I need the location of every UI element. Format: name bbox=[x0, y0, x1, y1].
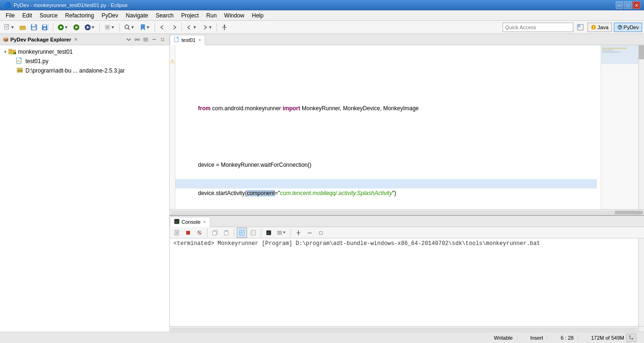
project-icon: ▶ bbox=[8, 48, 16, 56]
sidebar-minimize-button[interactable]: ─ bbox=[150, 36, 158, 43]
menu-file[interactable]: File bbox=[2, 10, 18, 20]
save-all-button[interactable] bbox=[40, 22, 50, 33]
open-perspective-button[interactable] bbox=[575, 22, 586, 33]
editor-h-scroll-track[interactable] bbox=[171, 211, 643, 214]
menu-window[interactable]: Window bbox=[221, 10, 248, 20]
console-display-selected-button[interactable] bbox=[237, 228, 247, 238]
console-v-scrollbar[interactable] bbox=[638, 238, 644, 326]
gutter-blank-2 bbox=[170, 66, 175, 75]
console-minimize-button[interactable]: ─ bbox=[305, 228, 315, 238]
sidebar-collapse-button[interactable] bbox=[125, 36, 132, 43]
close-button[interactable]: ✕ bbox=[633, 1, 640, 9]
menu-project[interactable]: Project bbox=[177, 10, 202, 20]
editor-h-scroll-thumb[interactable] bbox=[615, 211, 643, 214]
editor-tab-test01[interactable]: test01 × bbox=[170, 35, 205, 45]
save-button[interactable] bbox=[29, 22, 39, 33]
menu-navigate[interactable]: Navigate bbox=[122, 10, 152, 20]
pydev-perspective-button[interactable]: Py PyDev bbox=[614, 23, 642, 32]
bookmark-button[interactable]: ▼ bbox=[138, 22, 152, 33]
tree-item-jar[interactable]: ▾ JAR D:\program\adt-bu ... andalone-2.5… bbox=[0, 66, 169, 75]
editor-gutter: ⚠ bbox=[170, 45, 175, 209]
minimize-button[interactable]: ─ bbox=[616, 1, 623, 9]
prev-edit-button[interactable] bbox=[157, 22, 168, 33]
tree-item-project[interactable]: ▾ ▶ monkeyrunner_test01 bbox=[0, 47, 169, 57]
tree-item-test01[interactable]: ▾ Py test01.py bbox=[0, 57, 169, 66]
sidebar-link-button[interactable] bbox=[133, 36, 141, 43]
console-disconnect-button[interactable] bbox=[194, 228, 205, 238]
menu-run[interactable]: Run bbox=[203, 10, 221, 20]
menu-source[interactable]: Source bbox=[36, 10, 61, 20]
app-icon: 🔵 bbox=[4, 2, 11, 8]
warning-marker[interactable]: ⚠ bbox=[170, 57, 175, 66]
console-tab-close-icon[interactable]: × bbox=[203, 220, 206, 224]
menu-search[interactable]: Search bbox=[152, 10, 177, 20]
svg-line-63 bbox=[198, 231, 201, 234]
menu-pydev[interactable]: PyDev bbox=[98, 10, 122, 20]
java-perspective-button[interactable]: J Java bbox=[587, 23, 611, 32]
console-content[interactable]: <terminated> Monkeyrunner [Program] D:\p… bbox=[170, 238, 638, 326]
status-writable: Writable bbox=[490, 335, 517, 341]
open-button[interactable] bbox=[17, 22, 28, 33]
sidebar-icon: 📦 bbox=[3, 37, 8, 42]
status-memory-container: 172M of 549M bbox=[587, 334, 640, 342]
svg-line-25 bbox=[128, 28, 130, 30]
console-display-all-button[interactable] bbox=[248, 228, 258, 238]
console-h-scroll-track[interactable] bbox=[171, 327, 637, 331]
console-open-console-button[interactable]: > bbox=[264, 228, 274, 238]
debug-button[interactable]: ▼ bbox=[83, 22, 97, 33]
tree-arrow-project[interactable]: ▾ bbox=[2, 49, 8, 54]
nav-back-button[interactable]: ▼ bbox=[184, 22, 199, 33]
run-gc-button[interactable] bbox=[626, 334, 636, 342]
svg-point-39 bbox=[138, 39, 140, 41]
editor-tab-bar: test01 × bbox=[170, 34, 644, 45]
console-menu-button[interactable]: ▼ bbox=[275, 228, 288, 238]
code-content[interactable]: from com.android.monkeyrunner import Mon… bbox=[175, 45, 601, 209]
editor-v-scroll-thumb[interactable] bbox=[639, 45, 644, 59]
console-sep-3 bbox=[261, 229, 261, 237]
toolbar: ▼ ▼ ▼ ▼ ▼ ▼ ▼ bbox=[0, 21, 644, 34]
console-scrollbar-corner bbox=[638, 327, 644, 332]
console-scroll-lock-button[interactable] bbox=[172, 228, 182, 238]
console-terminate-button[interactable] bbox=[183, 228, 193, 238]
next-edit-button[interactable] bbox=[169, 22, 179, 33]
svg-line-37 bbox=[129, 39, 131, 41]
svg-rect-5 bbox=[20, 27, 25, 30]
quick-access-input[interactable] bbox=[503, 23, 573, 32]
sidebar-menu-button[interactable] bbox=[142, 36, 149, 43]
console-maximize-button[interactable]: □ bbox=[316, 228, 326, 238]
maximize-button[interactable]: □ bbox=[624, 1, 632, 9]
tab-label: test01 bbox=[182, 37, 196, 43]
console-tab-bar: >_ Console × bbox=[170, 216, 644, 227]
new-button[interactable]: ▼ bbox=[2, 22, 17, 33]
gutter-blank-4 bbox=[170, 85, 175, 94]
run-last-button[interactable]: ▼ bbox=[56, 22, 70, 33]
toolbar-separator-5 bbox=[182, 23, 182, 32]
search-button[interactable]: ▼ bbox=[122, 22, 137, 33]
editor-minimap bbox=[601, 45, 638, 209]
menu-edit[interactable]: Edit bbox=[18, 10, 36, 20]
svg-text:Py: Py bbox=[618, 26, 622, 29]
jar-icon: JAR bbox=[16, 67, 24, 75]
external-tools-button[interactable]: ▼ bbox=[102, 22, 117, 33]
gutter-blank-3 bbox=[170, 75, 175, 85]
tree-view: ▾ ▶ monkeyrunner_test01 ▾ Py test01.py ▾ bbox=[0, 45, 169, 332]
sidebar-maximize-button[interactable]: □ bbox=[159, 36, 166, 43]
nav-forward-button[interactable]: ▼ bbox=[199, 22, 214, 33]
pin-button[interactable] bbox=[219, 22, 230, 33]
console-tab[interactable]: >_ Console × bbox=[170, 217, 210, 227]
minimap-viewport[interactable] bbox=[601, 45, 638, 64]
console-h-scrollbar[interactable] bbox=[170, 326, 644, 332]
svg-text:JAR: JAR bbox=[17, 69, 22, 72]
menu-help[interactable]: Help bbox=[248, 10, 267, 20]
svg-rect-45 bbox=[8, 49, 12, 51]
console-copy-button[interactable] bbox=[210, 228, 220, 238]
run-button[interactable] bbox=[71, 22, 82, 33]
console-paste-button[interactable] bbox=[221, 228, 231, 238]
bottom-panel: >_ Console × bbox=[170, 215, 644, 332]
editor-v-scrollbar[interactable] bbox=[638, 45, 644, 209]
tab-close-icon[interactable]: × bbox=[198, 38, 201, 42]
console-toolbar: > ▼ ─ □ bbox=[170, 227, 644, 238]
editor-h-scrollbar[interactable] bbox=[170, 209, 644, 215]
menu-refactoring[interactable]: Refactoring bbox=[61, 10, 98, 20]
console-pin-button[interactable] bbox=[293, 228, 304, 238]
